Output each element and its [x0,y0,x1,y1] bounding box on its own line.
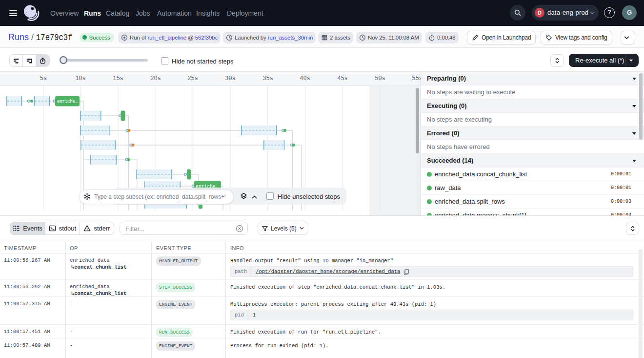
svg-text:enriche…: enriche… [57,99,78,105]
